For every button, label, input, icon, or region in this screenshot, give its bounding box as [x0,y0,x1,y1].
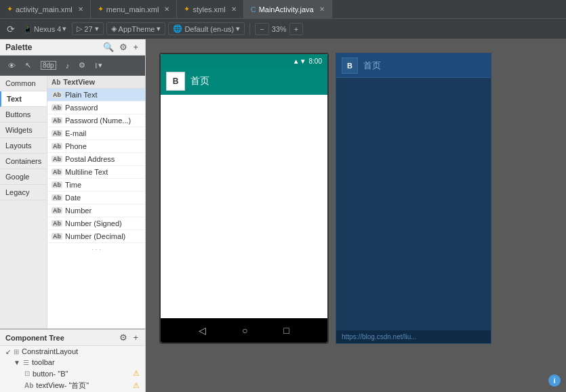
xml-icon: ✦ [98,5,104,14]
palette-item-email[interactable]: Ab E-mail [47,127,145,140]
tab-bar: ✦ activity_main.xml ✕ ✦ menu_main.xml ✕ … [0,0,566,19]
component-tree-header-actions: ⚙ + [118,332,140,343]
palette-item-password-numeric[interactable]: Ab Password (Nume...) [47,114,145,127]
item-label: Password (Nume...) [65,116,131,125]
tree-constraint-layout[interactable]: ↙ ⊞ ConstraintLayout [0,346,145,357]
eye-icon: 👁 [8,62,16,70]
tree-item-label: toolbar [32,358,55,366]
tree-arrow-icon: ↙ [5,348,11,355]
category-common[interactable]: Common [0,76,47,91]
tab-activity-main[interactable]: ✦ activity_main.xml ✕ [0,0,91,18]
zoom-out-btn[interactable]: − [255,23,268,35]
category-buttons[interactable]: Buttons [0,107,47,123]
ab-prefix: Ab [52,233,62,240]
palette-item-number-signed[interactable]: Ab Number (Signed) [47,217,145,230]
tab-main-activity[interactable]: C MainActivity.java ✕ [244,0,332,18]
item-label: Phone [65,142,87,150]
eye-btn[interactable]: 👁 [5,60,18,71]
category-widgets[interactable]: Widgets [0,123,47,138]
recent-btn[interactable]: □ [283,325,289,336]
chevron-down-icon: ▾ [236,24,240,33]
palette-content: Common Text Buttons Widgets Layouts Cont… [0,76,145,328]
back-btn[interactable]: ◁ [199,325,206,336]
cursor-icon: ↖ [25,61,31,70]
button-label: B [173,77,179,86]
add-btn[interactable]: + [132,42,140,52]
main-layout: Palette 🔍 ⚙ + 👁 ↖ 8dp ♪ ⚙ [0,39,566,392]
palette-item-phone[interactable]: Ab Phone [47,140,145,153]
tab-close[interactable]: ✕ [164,5,169,13]
ab-prefix: Ab [52,104,62,111]
palette-item-postal[interactable]: Ab Postal Address [47,153,145,166]
warning-icon: ⚠ [133,369,140,378]
wifi-icon: ▲▼ [293,58,306,65]
tree-settings-btn[interactable]: ⚙ [118,332,129,343]
palette-header-actions: 🔍 ⚙ + [102,42,140,52]
text-align-btn[interactable]: I ▾ [92,60,105,71]
tab-styles[interactable]: ✦ styles.xml ✕ [177,0,243,18]
second-button-b: B [342,58,358,74]
tab-menu-main[interactable]: ✦ menu_main.xml ✕ [91,0,178,18]
ab-prefix: Ab [52,130,62,137]
api-btn[interactable]: ▷ 27 ▾ [72,22,103,35]
text-align-icon: I [95,62,97,70]
tools-icon: ⚙ [79,61,85,70]
palette-item-multiline[interactable]: Ab Multiline Text [47,166,145,179]
tree-button[interactable]: ⊡ button- "B" ⚠ [0,368,145,379]
component-tree-title: Component Tree [5,334,64,342]
palette-item-date[interactable]: Ab Date [47,192,145,204]
second-panel-content [336,78,491,330]
theme-btn[interactable]: ◈ AppTheme ▾ [106,22,166,35]
tree-textview[interactable]: Ab textView- "首页" ⚠ [0,379,145,392]
item-label: Multiline Text [65,168,108,176]
tab-close[interactable]: ✕ [231,5,237,13]
footer-url: https://blog.csdn.net/liu... [342,333,417,341]
ab-prefix: Ab [52,194,62,201]
category-layouts[interactable]: Layouts [0,138,47,154]
palette-item-password[interactable]: Ab Password [47,102,145,114]
tree-add-btn[interactable]: + [132,332,140,343]
palette-item-time[interactable]: Ab Time [47,179,145,192]
settings-btn[interactable]: ⚙ [118,42,129,52]
tree-item-label: button- "B" [33,370,68,378]
design-toolbar: 👁 ↖ 8dp ♪ ⚙ I ▾ [0,56,145,76]
api-label: ▷ [77,24,82,33]
chevron-down-icon: ▾ [98,61,102,70]
palette-item-number-decimal[interactable]: Ab Number (Decimal) [47,230,145,243]
theme-icon: ◈ [111,24,117,33]
rotate-icon: ⟳ [7,24,15,35]
category-text[interactable]: Text [0,91,47,107]
palette-header: Palette 🔍 ⚙ + [0,39,145,56]
chevron-down-icon: ▾ [62,24,66,33]
category-legacy[interactable]: Legacy [0,185,47,200]
palette-item-number[interactable]: Ab Number [47,204,145,217]
tab-close[interactable]: ✕ [78,5,83,13]
locale-btn[interactable]: 🌐 Default (en-us) ▾ [168,22,245,35]
tree-item-label: textView- "首页" [36,380,89,391]
padding-icon: 8dp [41,61,56,70]
ab-prefix: Ab [52,91,62,98]
cursor-btn[interactable]: ↖ [22,60,34,71]
zoom-out-icon: − [260,25,264,33]
zoom-in-btn[interactable]: + [289,23,303,35]
item-label: Number [65,206,92,215]
tools-btn[interactable]: ⚙ [76,60,88,71]
locale-label: Default (en-us) [184,25,234,33]
music-note-btn[interactable]: ♪ [63,60,73,71]
palette-item-plain-text[interactable]: Ab Plain Text [47,89,145,102]
tree-toolbar[interactable]: ▼ ☰ toolbar [0,357,145,368]
padding-btn[interactable]: 8dp [38,60,59,71]
category-containers[interactable]: Containers [0,154,47,169]
search-btn[interactable]: 🔍 [102,42,115,52]
component-tree-header: Component Tree ⚙ + [0,330,145,346]
tab-label: MainActivity.java [259,5,314,14]
rotate-btn[interactable]: ⟳ [4,22,18,36]
tab-close[interactable]: ✕ [319,5,325,13]
device-btn[interactable]: 📱 Nexus 4 ▾ [20,23,69,35]
item-list-header: Ab TextView [47,76,145,89]
home-btn[interactable]: ○ [242,325,247,336]
category-google[interactable]: Google [0,169,47,185]
info-btn[interactable]: i [548,374,561,387]
category-list: Common Text Buttons Widgets Layouts Cont… [0,76,47,328]
locale-icon: 🌐 [173,24,182,33]
